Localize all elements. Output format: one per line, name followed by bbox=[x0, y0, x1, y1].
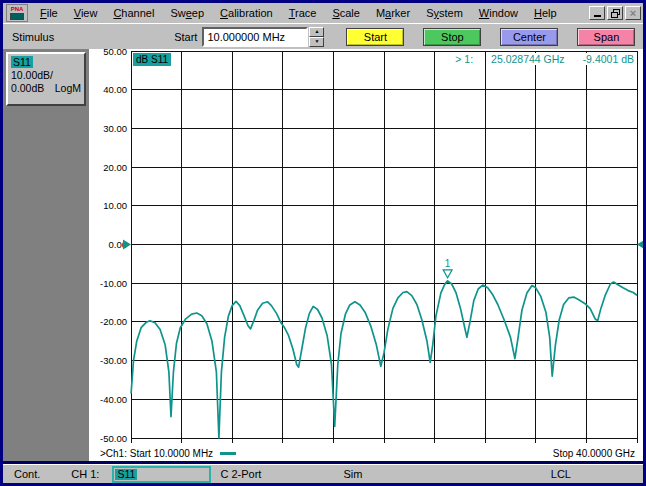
svg-text:-50.00: -50.00 bbox=[100, 433, 127, 444]
trace-format: LogM bbox=[55, 82, 81, 95]
main-area: S11 10.00dB/ 0.00dBLogM 50.0040.0030.002… bbox=[3, 49, 643, 461]
menu-scale[interactable]: Scale bbox=[324, 5, 368, 21]
window-controls: × bbox=[589, 6, 641, 20]
menu-marker[interactable]: Marker bbox=[368, 5, 418, 21]
lcl-status: LCL bbox=[551, 468, 571, 480]
marker-value: -9.4001 dB bbox=[582, 53, 635, 65]
minimize-button[interactable] bbox=[589, 6, 605, 20]
svg-text:20.00: 20.00 bbox=[103, 162, 127, 173]
svg-text:-10.00: -10.00 bbox=[100, 278, 127, 289]
spinner-up-button[interactable]: ▲ bbox=[309, 27, 324, 37]
menu-system[interactable]: System bbox=[418, 5, 471, 21]
channel-start-annotation: >Ch1: Start 10.0000 MHz bbox=[100, 448, 236, 459]
pna-icon-screen bbox=[10, 13, 24, 20]
svg-text:50.00: 50.00 bbox=[103, 49, 127, 57]
svg-text:-20.00: -20.00 bbox=[100, 316, 127, 327]
svg-text:30.00: 30.00 bbox=[103, 123, 127, 134]
pna-application-window: PNA FileViewChannelSweepCalibrationTrace… bbox=[0, 0, 646, 486]
stimulus-label: Stimulus bbox=[12, 31, 54, 43]
marker-number-label: > 1: bbox=[454, 53, 474, 65]
minimize-icon bbox=[594, 15, 601, 17]
window-client-area: PNA FileViewChannelSweepCalibrationTrace… bbox=[3, 3, 643, 483]
restore-button[interactable] bbox=[607, 6, 623, 20]
span-stimulus-button[interactable]: Span bbox=[577, 28, 635, 46]
trace-info-box[interactable]: S11 10.00dB/ 0.00dBLogM bbox=[6, 52, 86, 106]
menu-calibration[interactable]: Calibration bbox=[212, 5, 281, 21]
marker-readout: > 1: 25.028744 GHz -9.4001 dB bbox=[454, 53, 635, 65]
cal-status: C 2-Port bbox=[220, 468, 261, 480]
menu-help[interactable]: Help bbox=[526, 5, 565, 21]
pna-app-icon[interactable]: PNA bbox=[6, 4, 28, 22]
start-frequency-input[interactable] bbox=[202, 27, 308, 47]
channel-start-text: >Ch1: Start 10.0000 MHz bbox=[100, 448, 213, 459]
svg-text:10.00: 10.00 bbox=[103, 200, 127, 211]
close-icon: × bbox=[630, 7, 636, 19]
menu-sweep[interactable]: Sweep bbox=[162, 5, 212, 21]
channel-label: CH 1: bbox=[71, 468, 99, 480]
status-bar: Cont. CH 1: S11 C 2-Port Sim LCL bbox=[3, 464, 643, 483]
svg-text:1: 1 bbox=[445, 258, 451, 269]
stimulus-buttons: StartStopCenterSpan bbox=[346, 28, 635, 46]
measurement-name: S11 bbox=[115, 469, 137, 480]
trace-name: S11 bbox=[11, 56, 33, 68]
measurement-selector[interactable]: S11 bbox=[112, 466, 211, 483]
menu-items: FileViewChannelSweepCalibrationTraceScal… bbox=[32, 3, 565, 23]
start-field-label: Start bbox=[174, 31, 197, 43]
stop-stimulus-button[interactable]: Stop bbox=[423, 28, 481, 46]
marker-frequency: 25.028744 GHz bbox=[490, 53, 566, 65]
trace-ref-level: 0.00dB bbox=[11, 82, 44, 94]
center-stimulus-button[interactable]: Center bbox=[500, 28, 558, 46]
menu-bar: PNA FileViewChannelSweepCalibrationTrace… bbox=[3, 3, 643, 23]
trace-status-sidebar: S11 10.00dB/ 0.00dBLogM bbox=[3, 49, 89, 461]
menu-window[interactable]: Window bbox=[471, 5, 526, 21]
trace-label: dB S11 bbox=[133, 53, 171, 66]
svg-text:-30.00: -30.00 bbox=[100, 355, 127, 366]
sim-status: Sim bbox=[343, 468, 362, 480]
start-frequency-field: ▲ ▼ bbox=[202, 27, 324, 47]
trace-legend-dash bbox=[220, 452, 236, 455]
sweep-status: Cont. bbox=[14, 468, 40, 480]
stimulus-toolbar: Stimulus Start ▲ ▼ StartStopCenterSpan bbox=[3, 23, 643, 49]
plot-area: 50.0040.0030.0020.0010.000.00-10.00-20.0… bbox=[89, 49, 643, 461]
restore-icon bbox=[611, 9, 620, 18]
svg-text:-40.00: -40.00 bbox=[100, 394, 127, 405]
menu-file[interactable]: File bbox=[32, 5, 66, 21]
trace-scale: 10.00dB/ bbox=[11, 69, 81, 82]
stop-annotation: Stop 40.0000 GHz bbox=[553, 448, 635, 459]
close-button[interactable]: × bbox=[625, 6, 641, 20]
menu-channel[interactable]: Channel bbox=[105, 5, 162, 21]
spinner-down-button[interactable]: ▼ bbox=[309, 37, 324, 47]
menu-view[interactable]: View bbox=[66, 5, 106, 21]
svg-text:40.00: 40.00 bbox=[103, 84, 127, 95]
start-stimulus-button[interactable]: Start bbox=[346, 28, 404, 46]
menu-trace[interactable]: Trace bbox=[281, 5, 325, 21]
pna-icon-text: PNA bbox=[11, 6, 24, 12]
s11-trace-chart[interactable]: 50.0040.0030.0020.0010.000.00-10.00-20.0… bbox=[89, 49, 643, 461]
frequency-spinner: ▲ ▼ bbox=[309, 27, 324, 47]
